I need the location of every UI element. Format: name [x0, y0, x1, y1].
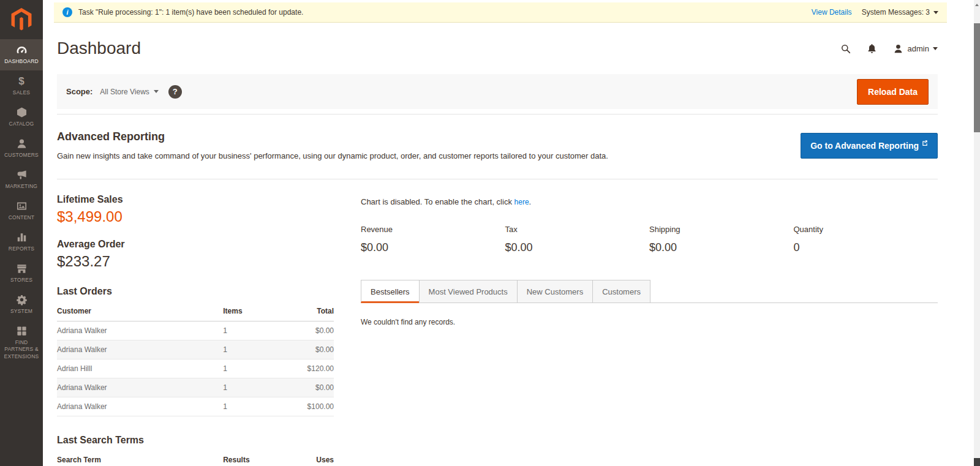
order-row[interactable]: Adrian Hilll 1 $120.00 [57, 359, 334, 378]
scope-bar: Scope: All Store Views ? Reload Data [57, 74, 938, 109]
bell-icon[interactable] [866, 43, 878, 54]
order-items: 1 [223, 321, 281, 340]
dashboard-left-column: Lifetime Sales $3,499.00 Average Order $… [57, 194, 334, 466]
last-search-terms-title: Last Search Terms [57, 435, 334, 446]
order-total: $0.00 [281, 378, 334, 397]
sidebar-item-content[interactable]: CONTENT [0, 195, 43, 227]
chart-notice-period: . [529, 197, 532, 206]
tab-bestsellers[interactable]: Bestsellers [361, 280, 420, 303]
sidebar-item-catalog[interactable]: CATALOG [0, 102, 43, 133]
order-row[interactable]: Adriana Walker 1 $0.00 [57, 378, 334, 397]
sidebar-item-label: DASHBOARD [1, 58, 42, 65]
sidebar-item-label: CONTENT [1, 214, 42, 221]
scrollbar-track[interactable] [974, 0, 980, 466]
magento-logo[interactable] [0, 0, 43, 39]
order-items: 1 [223, 378, 281, 397]
advanced-reporting-section: Advanced Reporting Gain new insights and… [57, 115, 938, 179]
scrollbar-down-button[interactable] [974, 458, 980, 466]
view-details-link[interactable]: View Details [812, 8, 852, 17]
tab-new-customers[interactable]: New Customers [517, 280, 593, 303]
magento-logo-icon [11, 8, 32, 31]
lifetime-sales-title: Lifetime Sales [57, 194, 334, 205]
metric-label: Tax [505, 225, 650, 234]
sidebar-item-stores[interactable]: STORES [0, 258, 43, 289]
column-header-items: Items [223, 302, 281, 321]
metric-value: $0.00 [649, 241, 794, 254]
order-row[interactable]: Adriana Walker 1 $0.00 [57, 321, 334, 340]
last-search-terms-table: Search Term Results Uses [57, 451, 334, 466]
system-messages-label: System Messages: 3 [862, 8, 930, 17]
scope-label: Scope: [66, 87, 92, 96]
metric-shipping: Shipping $0.00 [649, 225, 794, 254]
column-header-uses: Uses [281, 451, 334, 466]
storefront-icon [1, 263, 42, 275]
order-customer: Adriana Walker [57, 378, 223, 397]
sidebar-item-system[interactable]: SYSTEM [0, 289, 43, 320]
sidebar-item-sales[interactable]: $ SALES [0, 70, 43, 102]
sidebar-item-label: FIND PARTNERS & EXTENSIONS [1, 339, 42, 359]
admin-username: admin [908, 44, 929, 53]
lifetime-sales-value: $3,499.00 [57, 208, 334, 225]
dashboard-right-column: Chart is disabled. To enable the chart, … [361, 194, 938, 466]
reload-data-button[interactable]: Reload Data [857, 79, 929, 105]
metric-label: Shipping [649, 225, 794, 234]
order-total: $0.00 [281, 321, 334, 340]
order-row[interactable]: Adriana Walker 1 $0.00 [57, 340, 334, 359]
sidebar-item-customers[interactable]: CUSTOMERS [0, 133, 43, 164]
order-row[interactable]: Adriana Walker 1 $100.00 [57, 397, 334, 416]
external-link-icon [922, 140, 928, 146]
dashboard-tabs: Bestsellers Most Viewed Products New Cus… [361, 280, 938, 303]
advanced-reporting-description: Gain new insights and take command of yo… [57, 151, 608, 160]
average-order-title: Average Order [57, 239, 334, 250]
person-icon [1, 138, 42, 150]
sidebar-item-label: SYSTEM [1, 308, 42, 315]
gear-icon [1, 294, 42, 306]
image-icon [1, 200, 42, 212]
scrollbar-up-button[interactable] [974, 0, 980, 10]
page-title: Dashboard [57, 39, 141, 58]
order-total: $0.00 [281, 340, 334, 359]
sidebar-item-label: MARKETING [1, 183, 42, 190]
dollar-icon: $ [1, 75, 42, 88]
advanced-reporting-button-label: Go to Advanced Reporting [810, 141, 919, 151]
sidebar-item-label: CUSTOMERS [1, 152, 42, 159]
caret-down-icon [154, 90, 159, 93]
help-icon[interactable]: ? [168, 85, 182, 99]
page-header: Dashboard admin [57, 23, 938, 74]
sidebar-item-dashboard[interactable]: DASHBOARD [0, 39, 43, 70]
order-customer: Adriana Walker [57, 397, 223, 416]
order-items: 1 [223, 340, 281, 359]
caret-down-icon [933, 47, 938, 50]
admin-account-menu[interactable]: admin [892, 43, 938, 54]
megaphone-icon [1, 169, 42, 181]
account-avatar-icon [892, 43, 904, 54]
metric-value: $0.00 [361, 241, 505, 254]
go-to-advanced-reporting-button[interactable]: Go to Advanced Reporting [801, 133, 938, 159]
column-header-total: Total [281, 302, 334, 321]
sidebar-item-find-partners[interactable]: FIND PARTNERS & EXTENSIONS [0, 320, 43, 365]
tab-most-viewed-products[interactable]: Most Viewed Products [419, 280, 518, 303]
average-order-value: $233.27 [57, 253, 334, 270]
order-customer: Adriana Walker [57, 340, 223, 359]
chart-notice-text: Chart is disabled. To enable the chart, … [361, 197, 512, 206]
sidebar-item-label: STORES [1, 277, 42, 284]
metric-value: $0.00 [505, 241, 650, 254]
column-header-search-term: Search Term [57, 451, 223, 466]
sidebar-item-marketing[interactable]: MARKETING [0, 164, 43, 195]
search-icon[interactable] [840, 43, 851, 54]
last-orders-title: Last Orders [57, 286, 334, 297]
tab-customers[interactable]: Customers [592, 280, 650, 303]
metrics-row: Revenue $0.00 Tax $0.00 Shipping $0.00 Q… [361, 225, 938, 254]
metric-quantity: Quantity 0 [794, 225, 938, 254]
column-header-customer: Customer [57, 302, 223, 321]
sidebar-item-reports[interactable]: REPORTS [0, 227, 43, 258]
store-view-switcher[interactable]: All Store Views [100, 88, 158, 96]
triangle-up-icon [975, 4, 979, 6]
order-total: $100.00 [281, 397, 334, 416]
metric-label: Quantity [794, 225, 938, 234]
order-items: 1 [223, 397, 281, 416]
enable-chart-link[interactable]: here [514, 198, 529, 206]
sidebar: DASHBOARD $ SALES CATALOG CUSTOMERS MARK… [0, 0, 43, 466]
system-messages-dropdown[interactable]: System Messages: 3 [862, 8, 938, 17]
scrollbar-thumb[interactable] [974, 23, 980, 132]
